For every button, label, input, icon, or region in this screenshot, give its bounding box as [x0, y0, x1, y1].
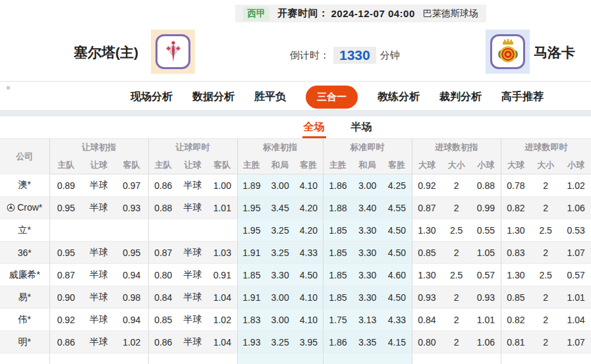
company-cell: 威廉希* — [0, 264, 49, 286]
table-row: 易*0.90半球0.980.84半球1.041.913.004.101.853.… — [0, 286, 591, 309]
odds-cell[interactable]: 1.04 — [208, 331, 237, 353]
odds-cell[interactable]: 4.60 — [382, 264, 412, 286]
column-header: 大小 — [441, 157, 471, 174]
tab-three-in-one[interactable]: 三合一 — [306, 86, 358, 109]
odds-cell[interactable]: 0.82 — [501, 197, 530, 219]
tab-expert-picks[interactable]: 高手推荐 — [501, 90, 544, 104]
odds-cell[interactable]: 半球 — [178, 331, 208, 353]
odds-cell[interactable]: 半球 — [178, 197, 208, 219]
odds-cell[interactable]: 4.15 — [382, 331, 412, 353]
tab-referee-analysis[interactable]: 裁判分析 — [439, 90, 482, 104]
odds-cell[interactable]: 半球 — [178, 264, 208, 286]
column-header: 主队 — [148, 157, 178, 174]
odds-cell[interactable]: 1.86 — [323, 331, 352, 353]
odds-cell[interactable]: 4.50 — [382, 219, 412, 242]
odds-cell[interactable]: 1.00 — [208, 174, 237, 197]
subtab-full-match[interactable]: 全场 — [302, 118, 326, 138]
odds-cell[interactable]: 0.86 — [148, 331, 178, 353]
odds-cell[interactable]: 3.35 — [352, 331, 382, 353]
odds-cell[interactable]: 0.86 — [148, 174, 178, 197]
odds-cell[interactable]: 1.85 — [323, 242, 352, 264]
odds-cell[interactable]: 4.55 — [382, 197, 412, 219]
column-header: 主胜 — [237, 157, 266, 174]
odds-cell[interactable]: 2 — [530, 242, 561, 264]
odds-cell[interactable]: 1.75 — [323, 309, 352, 331]
countdown-unit: 分钟 — [380, 49, 400, 62]
odds-cell[interactable]: 0.85 — [148, 309, 178, 331]
odds-cell — [295, 353, 323, 364]
odds-cell[interactable]: 4.33 — [382, 309, 412, 331]
odds-cell[interactable]: 3.30 — [352, 264, 382, 286]
odds-cell[interactable]: 4.50 — [382, 242, 412, 264]
odds-cell[interactable]: 1.07 — [561, 331, 591, 353]
odds-cell[interactable] — [178, 219, 208, 242]
odds-cell[interactable]: 2 — [530, 286, 561, 309]
odds-cell[interactable]: 2 — [530, 331, 561, 353]
odds-cell[interactable]: 3.40 — [352, 197, 382, 219]
odds-cell[interactable]: 2.5 — [530, 219, 561, 242]
odds-cell[interactable]: 3.13 — [352, 309, 382, 331]
odds-cell — [266, 353, 295, 364]
odds-cell[interactable]: 0.81 — [501, 331, 530, 353]
odds-cell[interactable]: 半球 — [178, 309, 208, 331]
odds-cell[interactable]: 4.25 — [382, 174, 412, 197]
odds-cell[interactable]: 3.30 — [352, 242, 382, 264]
odds-cell[interactable]: 0.82 — [501, 309, 530, 331]
odds-cell[interactable] — [208, 219, 237, 242]
odds-cell[interactable]: 0.78 — [501, 174, 530, 197]
odds-cell[interactable]: 1.30 — [501, 264, 530, 286]
odds-cell[interactable]: 0.87 — [148, 242, 178, 264]
odds-cell[interactable]: 0.83 — [501, 242, 530, 264]
odds-cell[interactable]: 3.30 — [352, 286, 382, 309]
odds-cell[interactable]: 1.85 — [323, 264, 352, 286]
odds-cell[interactable]: 1.01 — [561, 286, 591, 309]
column-header: 小球 — [471, 157, 501, 174]
tab-live-analysis[interactable]: 现场分析 — [130, 90, 173, 104]
odds-cell[interactable]: 1.88 — [323, 197, 352, 219]
odds-cell[interactable]: 1.85 — [323, 219, 352, 242]
odds-cell[interactable]: 0.88 — [148, 197, 178, 219]
odds-cell[interactable]: 2 — [530, 309, 561, 331]
odds-cell[interactable]: 1.01 — [208, 197, 237, 219]
subtab-half-match[interactable]: 半场 — [350, 118, 374, 138]
odds-cell[interactable]: 1.07 — [561, 242, 591, 264]
odds-cell: 2 — [441, 331, 471, 353]
company-cell: Crow* — [0, 197, 49, 219]
odds-cell[interactable]: 半球 — [178, 242, 208, 264]
odds-cell[interactable]: 1.02 — [561, 174, 591, 197]
odds-cell[interactable]: 0.53 — [561, 219, 591, 242]
odds-cell[interactable]: 1.04 — [208, 286, 237, 309]
odds-cell[interactable]: 1.85 — [323, 286, 352, 309]
odds-cell[interactable] — [148, 219, 178, 242]
odds-cell[interactable]: 3.00 — [352, 174, 382, 197]
odds-cell: 3.00 — [266, 286, 295, 309]
odds-cell[interactable]: 0.84 — [148, 286, 178, 309]
odds-cell[interactable]: 0.91 — [208, 264, 237, 286]
odds-cell: 0.99 — [471, 197, 501, 219]
odds-cell[interactable]: 4.50 — [382, 286, 412, 309]
odds-cell[interactable]: 半球 — [178, 174, 208, 197]
odds-cell[interactable]: 1.02 — [208, 309, 237, 331]
odds-cell[interactable]: 0.57 — [561, 264, 591, 286]
tab-coach-analysis[interactable]: 教练分析 — [378, 90, 420, 104]
odds-cell[interactable]: 2 — [530, 174, 561, 197]
odds-cell[interactable]: 2.5 — [530, 264, 561, 286]
odds-cell[interactable]: 1.06 — [561, 197, 591, 219]
tab-data-analysis[interactable]: 数据分析 — [192, 90, 235, 104]
tab-win-draw-lose[interactable]: 胜平负 — [254, 90, 286, 104]
odds-cell[interactable]: 1.04 — [561, 309, 591, 331]
odds-table: 公司 让球初指 让球即时 标准初指 标准即时 进球数初指 进球数即时 主队 让球… — [0, 138, 591, 364]
odds-cell[interactable]: 1.30 — [501, 219, 530, 242]
column-header: 大球 — [501, 157, 530, 174]
odds-cell[interactable]: 1.86 — [323, 174, 352, 197]
odds-cell: 半球 — [82, 197, 115, 219]
odds-cell[interactable]: 半球 — [178, 286, 208, 309]
odds-cell[interactable]: 3.30 — [352, 219, 382, 242]
odds-cell: 1.06 — [471, 331, 501, 353]
odds-cell[interactable]: 1.03 — [208, 242, 237, 264]
column-header: 客队 — [115, 157, 148, 174]
odds-cell[interactable]: 2 — [530, 197, 561, 219]
odds-cell[interactable]: 0.85 — [501, 286, 530, 309]
odds-cell — [115, 219, 148, 242]
odds-cell[interactable]: 0.80 — [148, 264, 178, 286]
